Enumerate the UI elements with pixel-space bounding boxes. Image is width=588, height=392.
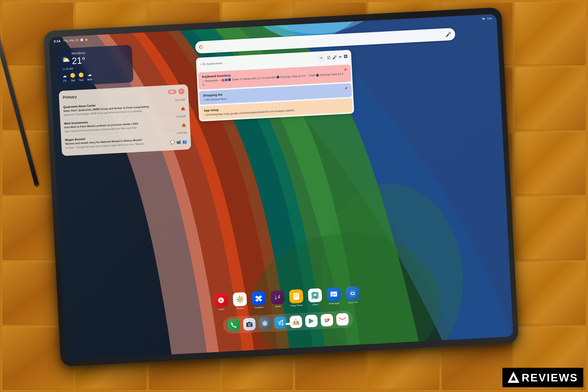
wood-tile (515, 262, 586, 325)
svg-text:A: A (220, 298, 222, 302)
battery-indicator: 73% (487, 17, 492, 20)
app-authy[interactable]: A Authy (214, 293, 228, 311)
messages-icon (327, 287, 341, 302)
tablet-wrapper: 2:14 Thu, Mar 10 🕐 🔔 73% (43, 7, 519, 367)
checkbox-icon[interactable]: ☑ (327, 55, 330, 60)
svg-rect-17 (278, 297, 280, 298)
email-sender-2: Megan Bennett (65, 137, 86, 142)
microphone-icon[interactable]: 🎤 (445, 31, 451, 37)
email-actions-1: 📥 (181, 123, 186, 128)
dot-2[interactable] (292, 323, 294, 324)
photos-icon (232, 292, 247, 306)
gmail-widget[interactable]: Primary 99+ ✏ 10:53 AM Qualcomm News Cen… (58, 84, 191, 156)
keep-notes-widget[interactable]: + 26 checked items + ☑ 🎤 ✏ 🖼 Keyboard (196, 50, 354, 122)
authy-icon: A (214, 293, 228, 308)
google-logo: G (199, 44, 203, 50)
status-time: 2:14 (54, 39, 60, 43)
email-sender-1: Merk Investments (64, 121, 88, 125)
weather-widget: ⛅ Woodbury 21° 11:16 AM ☁ Fri � (56, 45, 134, 86)
forecast-sun: 🟡 Sun (78, 72, 84, 81)
svg-rect-12 (275, 295, 276, 297)
microphone-icon[interactable]: 🎤 (332, 55, 337, 60)
people-icon[interactable]: 👥 (182, 140, 187, 144)
pin-icon-keyboard: 📌 (343, 68, 347, 72)
svg-rect-18 (279, 295, 280, 297)
app-play[interactable] (305, 315, 318, 328)
tablet-screen: 2:14 Thu, Mar 10 🕐 🔔 73% (49, 14, 513, 360)
dot-1-active[interactable] (286, 323, 290, 325)
play-store-icon (305, 315, 318, 328)
notes-add-button[interactable]: + (318, 54, 326, 62)
forecast-icon-sat: 🟡 (70, 73, 75, 78)
authy-label: Authy (218, 308, 224, 311)
app-maps[interactable]: Maps (308, 288, 322, 306)
camera-icon (243, 318, 256, 331)
syncpro-label: Sync Pro (348, 301, 358, 304)
app-telegram[interactable] (274, 316, 287, 329)
dot-0[interactable] (282, 323, 284, 325)
wood-tile (515, 197, 586, 260)
chrome-icon (320, 314, 334, 327)
gmail-title: Primary (62, 95, 77, 100)
image-icon[interactable]: 🖼 (344, 54, 348, 59)
pencil-icon[interactable]: ✏ (339, 54, 342, 59)
reviews-badge: REVIEWS (502, 368, 583, 387)
email-time-0: 10:53 AM (175, 98, 185, 102)
app-messages[interactable]: Messages (327, 287, 341, 305)
app-keep[interactable]: Keep Notes (289, 289, 304, 307)
app-syncpro[interactable]: Sync Pro (346, 286, 360, 304)
email-time-1: 10:48 AM (176, 115, 186, 118)
keep-icon (289, 289, 304, 304)
app-camera[interactable] (243, 318, 256, 331)
app-phone[interactable] (228, 319, 240, 332)
app-photos[interactable]: Photos (232, 292, 247, 310)
forecast-icon-sun: 🟡 (78, 72, 84, 78)
svg-rect-30 (349, 290, 356, 297)
wood-tile (515, 132, 586, 195)
gmail-compose-icon[interactable]: ✏ (178, 88, 184, 94)
dropbox-label: Dropbox (255, 306, 264, 309)
dropbox-icon (252, 291, 266, 306)
maps-icon (308, 288, 322, 303)
archive-icon[interactable]: 📥 (181, 123, 186, 128)
reviews-text-label: REVIEWS (522, 371, 578, 384)
weather-forecast: ☁ Fri 🟡 Sat 🟡 Sun ☁ Mon (62, 70, 129, 82)
forecast-icon-fri: ☁ (62, 73, 67, 78)
app-dropbox[interactable]: Dropbox (252, 291, 266, 309)
note-title-keyboard: Keyboard Inventory (202, 74, 231, 78)
app-gmail[interactable] (336, 313, 349, 326)
video-icon[interactable]: 📹 (176, 140, 181, 144)
chat-icon[interactable]: 💬 (170, 140, 175, 144)
weather-location: Woodbury (72, 51, 86, 55)
reviews-logo-icon (508, 371, 519, 384)
app-chrome[interactable] (320, 314, 334, 327)
telegram-icon (274, 316, 287, 329)
app-settings[interactable] (258, 317, 272, 330)
wood-tile (515, 67, 586, 130)
clock-icon: 🕐 (80, 38, 84, 42)
status-icons: 🕐 🔔 (80, 38, 88, 42)
maps-label: Maps (312, 303, 318, 306)
gmail-unread-count: 99+ (168, 90, 176, 94)
svg-rect-51 (510, 382, 517, 383)
phone-icon (228, 319, 240, 332)
settings-icon (258, 317, 272, 330)
gmail-icon (336, 313, 349, 326)
tablet-frame: 2:14 Thu, Mar 10 🕐 🔔 73% (43, 7, 519, 367)
wood-tile (515, 2, 586, 65)
weather-temperature: 21° (72, 56, 86, 66)
pin-icon-shopping: 📌 (344, 87, 348, 90)
email-actions-0: 📥 (181, 106, 186, 111)
slack-icon (270, 290, 284, 304)
app-slack[interactable]: Slack (270, 290, 285, 308)
svg-marker-43 (308, 318, 314, 324)
archive-icon[interactable]: 📥 (181, 106, 186, 111)
plus-icon: + (320, 56, 323, 61)
status-right: 73% (482, 17, 492, 20)
note-title-shopping: Shopping list (203, 93, 222, 97)
syncpro-icon (346, 286, 360, 300)
wifi-icon (482, 17, 486, 21)
svg-point-38 (264, 323, 266, 324)
app-drive[interactable] (290, 315, 302, 328)
svg-rect-36 (248, 322, 250, 323)
